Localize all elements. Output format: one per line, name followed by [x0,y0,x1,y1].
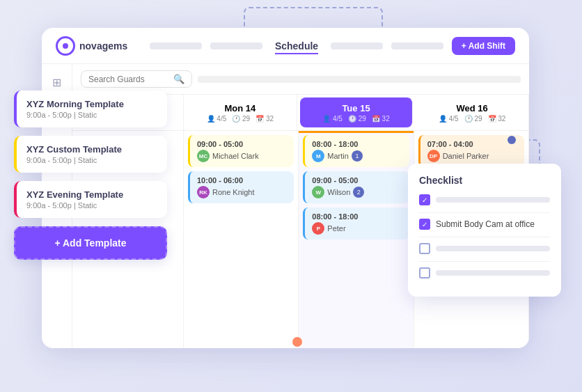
search-input[interactable] [88,75,169,84]
shift-name-michael: MC Michael Clark [197,150,287,162]
checklist-divider-1 [419,212,550,213]
badge-wilson: 2 [353,187,364,198]
checkbox-4[interactable] [419,267,430,279]
grid-col-tue: 08:00 - 18:00 M Martin 1 09:00 - 05:00 W… [299,131,414,348]
stat-guards-tue: 👤 4/5 [322,115,343,123]
col-date-wed: Wed 16 [457,103,488,113]
checkbox-3[interactable] [419,243,430,254]
logo-text: novagems [79,40,127,52]
checklist-text-4 [436,270,550,276]
template-subtitle-evening: 9:00a - 5:00p | Static [26,201,157,210]
add-shift-button[interactable]: + Add Shift [452,37,515,55]
col-header-tue: Tue 15 👤 4/5 🕐 29 📅 32 [300,97,414,127]
checklist-item-3 [419,243,550,254]
checklist-divider-2 [419,237,550,237]
shift-card-michael[interactable]: 09:00 - 05:00 MC Michael Clark [188,135,294,167]
nav-title: Schedule [271,40,323,52]
stat-guards-wed: 👤 4/5 [439,115,459,123]
checklist-item-4 [419,267,550,279]
avatar-daniel: DP [427,150,440,162]
shift-card-rone[interactable]: 10:00 - 06:00 RK Rone Knight [188,171,294,203]
col-date-mon: Mon 14 [224,103,255,113]
avatar-rone: RK [197,186,210,198]
shift-time-wilson: 09:00 - 05:00 [312,176,402,185]
logo-icon [56,36,75,56]
dot-indicator-orange [292,337,302,347]
shift-time-rone: 10:00 - 06:00 [197,176,287,185]
avatar-peter: P [312,222,324,235]
checkbox-1[interactable] [419,194,430,205]
nav-placeholder-1 [150,42,202,49]
col-stats-tue: 👤 4/5 🕐 29 📅 32 [322,115,390,123]
nav-title-underline: Schedule [275,40,318,54]
shift-time-martin: 08:00 - 18:00 [312,140,402,148]
stat-clock-mon: 🕐 29 [232,115,250,123]
col-date-tue: Tue 15 [342,103,370,113]
col-stats-wed: 👤 4/5 🕐 29 📅 32 [439,115,506,123]
template-title-custom: XYZ Custom Template [26,144,157,155]
template-card-evening[interactable]: XYZ Evening Template 9:00a - 5:00p | Sta… [14,181,167,218]
shift-card-peter[interactable]: 08:00 - 18:00 P Peter [303,207,409,240]
nav-placeholder-4 [391,42,443,49]
avatar-michael: MC [197,150,210,162]
sidebar-icon-grid[interactable]: ⊞ [47,72,67,92]
checklist-title: Checklist [419,175,550,186]
stat-cal-tue: 📅 32 [372,115,390,123]
checklist-divider-3 [419,261,550,262]
shift-name-daniel: DP Daniel Parker [427,150,517,162]
stat-clock-wed: 🕐 29 [464,115,482,123]
checklist-panel: Checklist Submit Body Cam at office [408,164,561,297]
template-subtitle-morning: 9:00a - 5:00p | Static [26,111,157,119]
stat-clock-tue: 🕐 29 [348,115,366,123]
shift-time-michael: 09:00 - 05:00 [197,140,287,148]
avatar-wilson: W [312,186,324,198]
template-subtitle-custom: 9:00a - 5:00p | Static [26,156,157,164]
col-header-mon: Mon 14 👤 4/5 🕐 29 📅 32 [184,95,297,130]
shift-name-wilson: W Wilson 2 [312,186,402,198]
checklist-item-text-2: Submit Body Cam at office [436,219,535,229]
dot-indicator-1 [508,136,516,144]
checklist-text-1 [436,197,550,203]
stat-cal-mon: 📅 32 [255,115,274,123]
nav-placeholder-3 [331,42,383,49]
search-icon: 🔍 [173,74,184,84]
checklist-item-1 [419,194,550,205]
checkbox-2[interactable] [419,219,430,230]
shift-card-martin[interactable]: 08:00 - 18:00 M Martin 1 [303,135,409,167]
shift-card-wilson[interactable]: 09:00 - 05:00 W Wilson 2 [303,171,409,203]
avatar-martin: M [312,150,324,162]
col-stats-mon: 👤 4/5 🕐 29 📅 32 [207,115,274,123]
add-template-button[interactable]: + Add Template [14,226,167,260]
template-title-morning: XYZ Morning Template [26,99,157,109]
top-nav: novagems Schedule + Add Shift [42,28,529,64]
shift-time-daniel: 07:00 - 04:00 [427,140,517,148]
toolbar-placeholder [198,76,521,83]
nav-placeholder-2 [210,42,262,49]
template-card-custom[interactable]: XYZ Custom Template 9:00a - 5:00p | Stat… [14,136,167,173]
shift-name-peter: P Peter [312,222,402,235]
stat-guards-mon: 👤 4/5 [207,115,227,123]
checklist-text-3 [436,246,550,251]
templates-panel: XYZ Morning Template 9:00a - 5:00p | Sta… [14,91,167,260]
shift-name-rone: RK Rone Knight [197,186,287,198]
checklist-item-2: Submit Body Cam at office [419,219,550,230]
logo-area: novagems [56,36,127,56]
col-header-wed: Wed 16 👤 4/5 🕐 29 📅 32 [416,95,529,130]
grid-col-mon: 09:00 - 05:00 MC Michael Clark 10:00 - 0… [184,131,299,348]
template-card-morning[interactable]: XYZ Morning Template 9:00a - 5:00p | Sta… [14,91,167,127]
search-box[interactable]: 🔍 [81,70,192,88]
shift-time-peter: 08:00 - 18:00 [312,212,402,221]
stat-cal-wed: 📅 32 [488,115,506,123]
badge-martin: 1 [352,150,363,162]
template-title-evening: XYZ Evening Template [26,189,157,200]
shift-name-martin: M Martin 1 [312,150,402,162]
